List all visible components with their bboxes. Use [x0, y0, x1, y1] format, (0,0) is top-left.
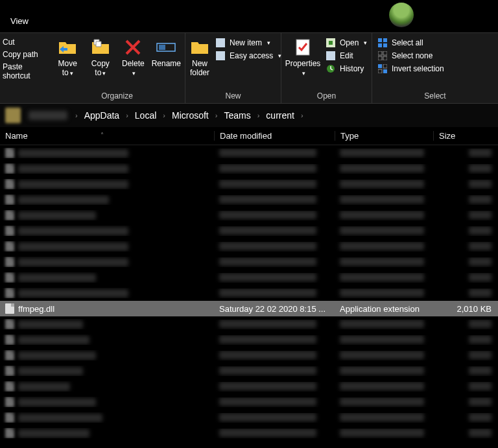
select-none-button[interactable]: Select none	[376, 50, 445, 62]
new-folder-button[interactable]: New folder	[189, 36, 210, 90]
open-label: Open	[340, 38, 359, 47]
new-item-icon	[215, 38, 226, 48]
open-button[interactable]: Open▾	[324, 37, 368, 49]
file-row-blurred[interactable]: xxxx	[0, 425, 498, 441]
file-row-blurred[interactable]: xxxx	[0, 410, 498, 425]
move-to-label: Move to	[58, 59, 77, 77]
chevron-right-icon: ›	[255, 112, 263, 119]
history-button[interactable]: History	[324, 63, 368, 75]
rename-button[interactable]: Rename	[152, 36, 181, 90]
svg-rect-15	[383, 56, 387, 60]
svg-rect-6	[326, 51, 335, 60]
svg-rect-19	[383, 69, 387, 73]
file-type: Application extension	[335, 304, 433, 314]
history-icon	[326, 64, 336, 74]
file-row-blurred[interactable]: xxxx	[0, 176, 498, 192]
svg-rect-11	[383, 43, 387, 47]
file-row-selected[interactable]: ffmpeg.dllSaturday 22 02 2020 8:15 ...Ap…	[0, 301, 498, 316]
breadcrumb-item[interactable]: Teams	[222, 110, 252, 121]
file-row-blurred[interactable]: xxxx	[0, 145, 498, 161]
cut-button[interactable]: Cut	[1, 37, 49, 47]
file-date: Saturday 22 02 2020 8:15 ...	[214, 304, 335, 314]
sort-ascending-icon: ˄	[101, 132, 104, 139]
rename-icon	[156, 37, 176, 58]
open-group-label: Open	[285, 90, 368, 102]
file-row-blurred[interactable]: xxxx	[0, 363, 498, 379]
file-icon	[5, 397, 14, 407]
svg-rect-12	[378, 51, 382, 55]
file-row-blurred[interactable]: xxxx	[0, 270, 498, 285]
file-row-blurred[interactable]: xxxx	[0, 394, 498, 410]
svg-rect-14	[378, 56, 382, 60]
select-group: Select all Select none Invert selection …	[372, 33, 498, 103]
organize-group-label: Organize	[53, 90, 181, 102]
new-item-button[interactable]: New item▾	[214, 37, 283, 49]
rename-label: Rename	[152, 59, 181, 68]
delete-icon	[123, 37, 143, 58]
column-header-date[interactable]: Date modified	[214, 131, 335, 141]
file-icon	[5, 335, 14, 345]
paste-shortcut-button[interactable]: Paste shortcut	[1, 62, 49, 81]
edit-icon	[326, 51, 336, 61]
column-header-type[interactable]: Type	[335, 131, 433, 141]
invert-selection-button[interactable]: Invert selection	[376, 63, 445, 75]
select-none-label: Select none	[392, 51, 433, 60]
file-row-blurred[interactable]: xxxx	[0, 332, 498, 348]
new-item-label: New item	[230, 38, 262, 47]
easy-access-button[interactable]: Easy access▾	[214, 50, 283, 62]
file-icon	[5, 226, 14, 236]
svg-rect-16	[378, 64, 382, 68]
select-group-label: Select	[376, 90, 494, 102]
file-icon	[5, 288, 14, 298]
move-to-button[interactable]: Move to▾	[53, 36, 82, 90]
column-header-size[interactable]: Size	[433, 131, 498, 141]
ribbon: Cut Copy path Paste shortcut Move to▾ Co…	[0, 32, 498, 104]
breadcrumb-item[interactable]: Local	[134, 110, 158, 121]
file-name: ffmpeg.dll	[18, 304, 54, 314]
edit-button[interactable]: Edit	[324, 50, 368, 62]
file-icon	[5, 257, 14, 267]
file-row-blurred[interactable]: xxxx	[0, 379, 498, 394]
file-icon	[5, 366, 14, 376]
file-row-blurred[interactable]: xxxx	[0, 348, 498, 363]
chevron-right-icon: ›	[298, 112, 306, 119]
history-label: History	[340, 64, 364, 73]
delete-button[interactable]: Delete▾	[119, 36, 148, 90]
select-all-label: Select all	[392, 38, 423, 47]
edit-label: Edit	[340, 51, 353, 60]
file-icon	[5, 303, 14, 314]
select-all-button[interactable]: Select all	[376, 37, 445, 49]
file-row-blurred[interactable]: xxxx	[0, 239, 498, 254]
file-row-blurred[interactable]: xxxx	[0, 285, 498, 301]
copy-to-button[interactable]: Copy to▾	[86, 36, 115, 90]
svg-rect-3	[216, 51, 225, 60]
tab-view[interactable]: View	[5, 14, 34, 29]
file-icon	[5, 350, 14, 360]
file-row-blurred[interactable]: xxxx	[0, 161, 498, 176]
file-icon	[5, 241, 14, 252]
properties-icon	[292, 37, 313, 58]
file-row-blurred[interactable]: xxxx	[0, 192, 498, 207]
file-row-blurred[interactable]: xxxx	[0, 316, 498, 332]
breadcrumb-root-blurred	[29, 111, 67, 120]
properties-label: Properties	[285, 59, 321, 68]
breadcrumb-item[interactable]: current	[265, 110, 296, 121]
breadcrumb-item[interactable]: AppData	[83, 110, 121, 121]
file-icon	[5, 272, 14, 283]
breadcrumb-item[interactable]: Microsoft	[171, 110, 210, 121]
file-list[interactable]: xxxxxxxxxxxxxxxxxxxxxxxxxxxxxxxxxxxxxxxx…	[0, 145, 498, 448]
svg-rect-13	[383, 51, 387, 55]
copy-path-button[interactable]: Copy path	[1, 49, 49, 60]
file-row-blurred[interactable]: xxxx	[0, 207, 498, 223]
clipboard-group: Cut Copy path Paste shortcut	[0, 33, 49, 103]
file-row-blurred[interactable]: xxxx	[0, 254, 498, 270]
file-row-blurred[interactable]: xxxx	[0, 223, 498, 239]
easy-access-icon	[215, 51, 226, 61]
chevron-right-icon: ›	[73, 112, 80, 119]
file-size: 2,010 KB	[433, 304, 498, 314]
breadcrumb[interactable]: › AppData › Local › Microsoft › Teams › …	[0, 104, 498, 127]
properties-button[interactable]: Properties▾	[285, 36, 320, 90]
select-all-icon	[377, 38, 388, 48]
column-header-name[interactable]: Name ˄	[0, 131, 214, 141]
svg-rect-10	[378, 43, 382, 47]
